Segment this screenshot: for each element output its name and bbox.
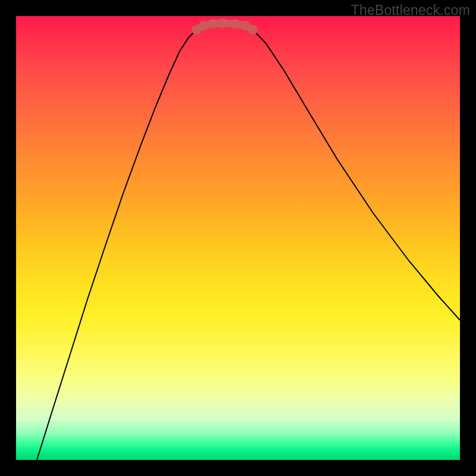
plateau-dot xyxy=(218,18,228,28)
chart-plateau-marker xyxy=(192,18,258,35)
plateau-dot xyxy=(230,19,240,29)
left-curve xyxy=(37,30,196,460)
plateau-dot xyxy=(208,19,217,29)
chart-lines xyxy=(37,30,460,460)
right-curve xyxy=(253,30,460,320)
plateau-dot xyxy=(248,25,258,35)
chart-svg xyxy=(16,16,460,460)
plateau-dot xyxy=(199,21,208,30)
